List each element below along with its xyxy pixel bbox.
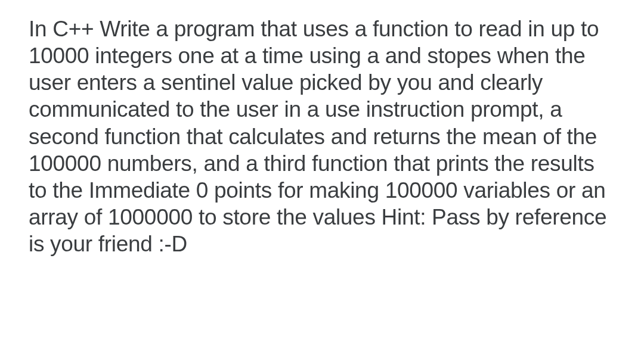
prompt-text: In C++ Write a program that uses a funct… xyxy=(29,15,615,257)
